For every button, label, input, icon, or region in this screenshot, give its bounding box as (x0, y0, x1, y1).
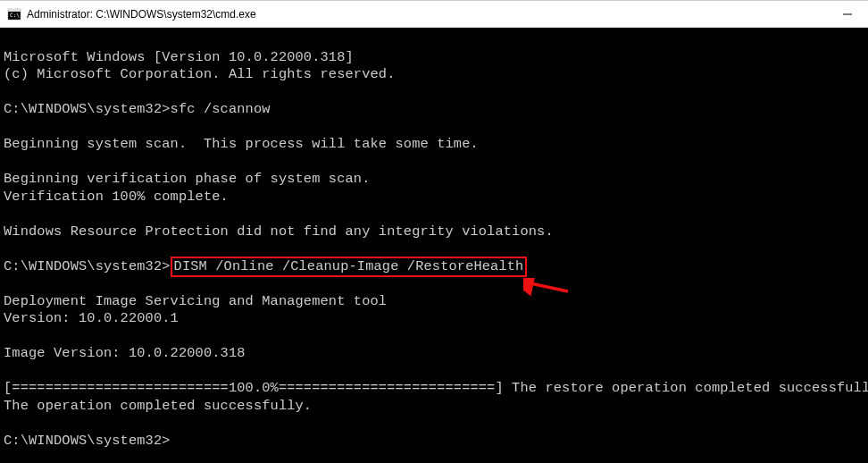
highlighted-command: DISM /Online /Cleanup-Image /RestoreHeal… (171, 257, 528, 278)
titlebar[interactable]: C:\ Administrator: C:\WINDOWS\system32\c… (0, 1, 868, 28)
cmd-window: C:\ Administrator: C:\WINDOWS\system32\c… (0, 0, 868, 463)
version-line: Microsoft Windows [Version 10.0.22000.31… (4, 49, 354, 65)
prompt-line: C:\WINDOWS\system32>sfc /scannow (4, 101, 271, 117)
output-line: Verification 100% complete. (4, 189, 229, 205)
window-title: Administrator: C:\WINDOWS\system32\cmd.e… (27, 8, 256, 21)
output-line: Beginning system scan. This process will… (4, 136, 479, 152)
output-line: Beginning verification phase of system s… (4, 171, 371, 187)
output-line: Deployment Image Servicing and Managemen… (4, 293, 387, 309)
output-line: The operation completed successfully. (4, 398, 312, 414)
output-line: Version: 10.0.22000.1 (4, 310, 179, 326)
svg-text:C:\: C:\ (10, 12, 20, 18)
prompt-line: C:\WINDOWS\system32> (4, 433, 171, 449)
prompt-path: C:\WINDOWS\system32> (4, 101, 171, 117)
progress-line: [==========================100.0%=======… (4, 380, 868, 396)
terminal-output[interactable]: Microsoft Windows [Version 10.0.22000.31… (0, 28, 868, 463)
prompt-line: C:\WINDOWS\system32>DISM /Online /Cleanu… (4, 258, 527, 274)
output-line: Image Version: 10.0.22000.318 (4, 345, 246, 361)
prompt-command: sfc /scannow (171, 101, 271, 117)
output-line: Windows Resource Protection did not find… (4, 223, 554, 240)
window-controls (827, 1, 868, 28)
minimize-button[interactable] (827, 1, 868, 28)
prompt-path: C:\WINDOWS\system32> (4, 258, 171, 274)
cmd-icon: C:\ (7, 7, 21, 21)
copyright-line: (c) Microsoft Corporation. All rights re… (4, 66, 396, 82)
